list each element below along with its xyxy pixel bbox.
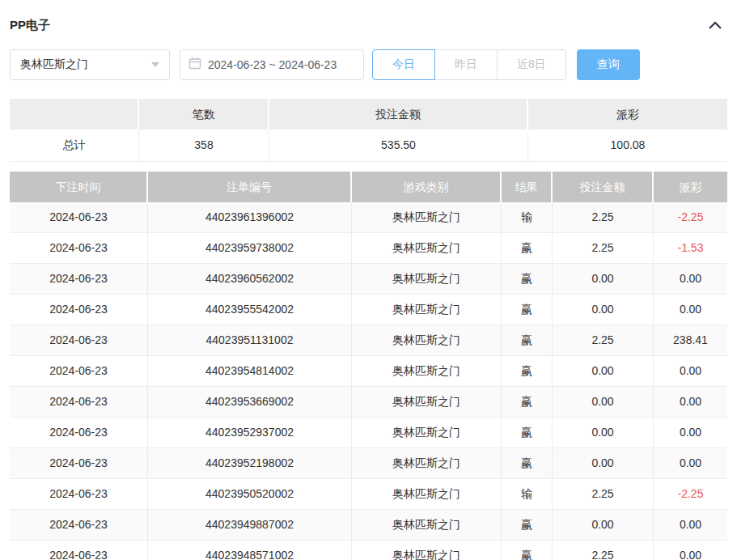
table-row: 2024-06-2344023960562002奥林匹斯之门赢0.000.00 bbox=[10, 264, 727, 295]
cell-game-type: 奥林匹斯之门 bbox=[352, 448, 502, 478]
date-range-value: 2024-06-23 ~ 2024-06-23 bbox=[208, 58, 337, 71]
summary-value-cell: 535.50 bbox=[269, 129, 528, 161]
cell-game-type: 奥林匹斯之门 bbox=[352, 479, 502, 509]
cell-order-no: 44023952937002 bbox=[148, 418, 352, 448]
summary-total-row: 总计358535.50100.08 bbox=[10, 129, 727, 162]
cell-bet-amount: 2.25 bbox=[553, 325, 654, 355]
chevron-up-icon bbox=[708, 20, 722, 32]
cell-bet-amount: 0.00 bbox=[553, 510, 654, 540]
summary-table: 笔数投注金额派彩 总计358535.50100.08 bbox=[10, 99, 727, 162]
table-header-row: 下注时间注单编号游戏类别结果投注金额派彩 bbox=[10, 172, 727, 202]
search-button[interactable]: 查询 bbox=[577, 49, 640, 80]
cell-game-type: 奥林匹斯之门 bbox=[352, 233, 502, 263]
table-header-cell: 下注时间 bbox=[10, 172, 148, 202]
cell-payout: -2.25 bbox=[654, 479, 727, 509]
table-row: 2024-06-2344023950520002奥林匹斯之门输2.25-2.25 bbox=[10, 479, 727, 510]
table-header-cell: 结果 bbox=[502, 172, 553, 202]
collapse-button[interactable] bbox=[708, 20, 722, 30]
cell-bet-time: 2024-06-23 bbox=[10, 448, 148, 478]
cell-bet-time: 2024-06-23 bbox=[10, 418, 148, 448]
date-quick-range-group: 今日昨日近8日 bbox=[372, 49, 566, 80]
cell-order-no: 44023951131002 bbox=[148, 325, 352, 355]
calendar-icon bbox=[188, 57, 201, 73]
date-range-input[interactable]: 2024-06-23 ~ 2024-06-23 bbox=[180, 49, 364, 80]
cell-bet-time: 2024-06-23 bbox=[10, 387, 148, 417]
table-row: 2024-06-2344023952937002奥林匹斯之门赢0.000.00 bbox=[10, 418, 727, 448]
cell-bet-amount: 2.25 bbox=[553, 541, 654, 560]
cell-payout: 0.00 bbox=[654, 264, 727, 294]
cell-bet-amount: 0.00 bbox=[553, 448, 654, 478]
chevron-down-icon bbox=[151, 62, 159, 67]
summary-value-cell: 100.08 bbox=[528, 129, 727, 161]
cell-bet-time: 2024-06-23 bbox=[10, 264, 148, 294]
cell-bet-time: 2024-06-23 bbox=[10, 541, 148, 560]
summary-header-cell: 派彩 bbox=[528, 99, 727, 129]
cell-bet-amount: 0.00 bbox=[553, 295, 654, 325]
cell-order-no: 44023952198002 bbox=[148, 448, 352, 478]
table-header-cell: 派彩 bbox=[654, 172, 727, 202]
cell-result: 赢 bbox=[502, 356, 553, 386]
cell-payout: 0.00 bbox=[654, 356, 727, 386]
quick-range-button[interactable]: 昨日 bbox=[434, 49, 498, 80]
cell-order-no: 44023960562002 bbox=[148, 264, 352, 294]
cell-order-no: 44023948571002 bbox=[148, 541, 352, 560]
table-header-cell: 游戏类别 bbox=[352, 172, 502, 202]
cell-bet-amount: 2.25 bbox=[553, 233, 654, 263]
cell-game-type: 奥林匹斯之门 bbox=[352, 356, 502, 386]
cell-result: 赢 bbox=[502, 387, 553, 417]
table-body: 2024-06-2344023961396002奥林匹斯之门输2.25-2.25… bbox=[10, 202, 727, 560]
table-row: 2024-06-2344023953669002奥林匹斯之门赢0.000.00 bbox=[10, 387, 727, 418]
cell-game-type: 奥林匹斯之门 bbox=[352, 325, 502, 355]
game-select-value: 奥林匹斯之门 bbox=[20, 57, 88, 72]
summary-row-label: 总计 bbox=[10, 129, 139, 161]
cell-order-no: 44023954814002 bbox=[148, 356, 352, 386]
cell-order-no: 44023953669002 bbox=[148, 387, 352, 417]
table-row: 2024-06-2344023961396002奥林匹斯之门输2.25-2.25 bbox=[10, 202, 727, 233]
table-row: 2024-06-2344023952198002奥林匹斯之门赢0.000.00 bbox=[10, 448, 727, 479]
cell-order-no: 44023955542002 bbox=[148, 295, 352, 325]
cell-order-no: 44023961396002 bbox=[148, 202, 352, 232]
summary-header-cell: 投注金额 bbox=[269, 99, 528, 129]
cell-payout: 0.00 bbox=[654, 541, 727, 560]
cell-bet-amount: 0.00 bbox=[553, 356, 654, 386]
quick-range-button[interactable]: 近8日 bbox=[497, 49, 566, 80]
cell-game-type: 奥林匹斯之门 bbox=[352, 387, 502, 417]
cell-payout: -1.53 bbox=[654, 233, 727, 263]
quick-range-button[interactable]: 今日 bbox=[372, 49, 435, 80]
cell-result: 赢 bbox=[502, 418, 553, 448]
cell-order-no: 44023950520002 bbox=[148, 479, 352, 509]
table-header-cell: 投注金额 bbox=[553, 172, 654, 202]
cell-bet-amount: 0.00 bbox=[553, 418, 654, 448]
filter-bar: 奥林匹斯之门 2024-06-23 ~ 2024-06-23 今日昨日近8日 查… bbox=[10, 49, 727, 80]
table-row: 2024-06-2344023954814002奥林匹斯之门赢0.000.00 bbox=[10, 356, 727, 387]
cell-result: 赢 bbox=[502, 233, 553, 263]
game-select[interactable]: 奥林匹斯之门 bbox=[10, 49, 170, 80]
cell-bet-time: 2024-06-23 bbox=[10, 356, 148, 386]
cell-bet-amount: 2.25 bbox=[553, 202, 654, 232]
summary-header-cell bbox=[10, 99, 139, 129]
cell-payout: 0.00 bbox=[654, 387, 727, 417]
table-row: 2024-06-2344023951131002奥林匹斯之门赢2.25238.4… bbox=[10, 325, 727, 356]
page-title: PP电子 bbox=[10, 18, 50, 32]
table-row: 2024-06-2344023948571002奥林匹斯之门赢2.250.00 bbox=[10, 541, 727, 560]
table-header-cell: 注单编号 bbox=[148, 172, 352, 202]
cell-bet-amount: 2.25 bbox=[553, 479, 654, 509]
cell-result: 输 bbox=[502, 479, 553, 509]
cell-bet-time: 2024-06-23 bbox=[10, 233, 148, 263]
cell-result: 输 bbox=[502, 202, 553, 232]
cell-game-type: 奥林匹斯之门 bbox=[352, 202, 502, 232]
cell-game-type: 奥林匹斯之门 bbox=[352, 541, 502, 560]
cell-result: 赢 bbox=[502, 541, 553, 560]
table-row: 2024-06-2344023959738002奥林匹斯之门赢2.25-1.53 bbox=[10, 233, 727, 264]
cell-game-type: 奥林匹斯之门 bbox=[352, 264, 502, 294]
cell-game-type: 奥林匹斯之门 bbox=[352, 295, 502, 325]
summary-header-cell: 笔数 bbox=[139, 99, 269, 129]
cell-result: 赢 bbox=[502, 448, 553, 478]
cell-payout: 0.00 bbox=[654, 295, 727, 325]
cell-game-type: 奥林匹斯之门 bbox=[352, 510, 502, 540]
panel-header: PP电子 bbox=[0, 0, 737, 32]
table-row: 2024-06-2344023949887002奥林匹斯之门赢0.000.00 bbox=[10, 510, 727, 541]
summary-value-cell: 358 bbox=[139, 129, 269, 161]
cell-bet-time: 2024-06-23 bbox=[10, 295, 148, 325]
cell-result: 赢 bbox=[502, 264, 553, 294]
